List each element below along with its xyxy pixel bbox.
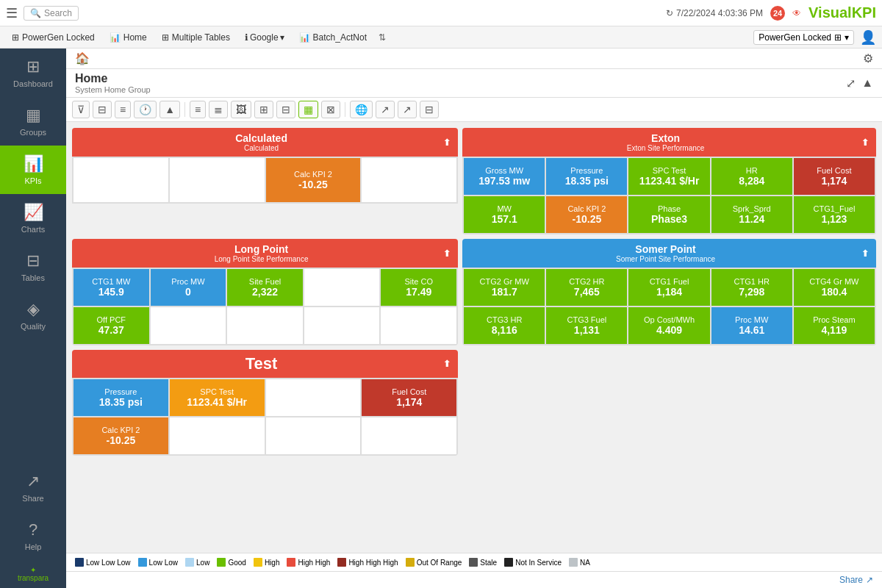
kpi-fuel-cost-test[interactable]: Fuel Cost 1,174 (362, 379, 456, 416)
groups-icon: ▦ (26, 106, 41, 125)
longpoint-collapse-btn[interactable]: ⬆ (443, 248, 451, 259)
kpi-op-cost[interactable]: Op Cost/MWh 4.409 (628, 307, 709, 344)
legend-label-stale: Stale (480, 559, 497, 567)
kpi-empty-test2 (170, 417, 265, 454)
toolbar-settings[interactable]: ≡ (115, 101, 131, 118)
nav-tab-google[interactable]: ℹ Google ▾ (239, 31, 290, 44)
legend-label-good: Good (228, 559, 245, 567)
sidebar-item-tables[interactable]: ⊟ Tables (0, 243, 66, 291)
nav-tab-powergen[interactable]: ⊞ PowerGen Locked (6, 31, 101, 44)
settings-icon[interactable]: ⚙ (863, 51, 873, 65)
sidebar-item-charts[interactable]: 📈 Charts (0, 194, 66, 243)
user-icon[interactable]: 👤 (860, 29, 876, 46)
kpi-pressure-test[interactable]: Pressure 18.35 psi (74, 379, 168, 416)
alert-count-badge[interactable]: 24 (770, 6, 785, 21)
somerpoint-collapse-btn[interactable]: ⬆ (861, 248, 869, 259)
kpi-pressure[interactable]: Pressure 18.35 psi (546, 158, 627, 195)
kpi-ctg2-gr-mw[interactable]: CTG2 Gr MW 181.7 (464, 269, 545, 306)
kpi-fuel-cost[interactable]: Fuel Cost 1,174 (794, 158, 875, 195)
sidebar-item-kpis[interactable]: 📊 KPIs (0, 146, 66, 194)
sidebar-item-quality[interactable]: ◈ Quality (0, 291, 66, 340)
page-title-section: Home System Home Group (75, 72, 151, 94)
toolbar-list2[interactable]: ≣ (209, 101, 228, 118)
toolbar-img[interactable]: 🖼 (231, 101, 251, 118)
hamburger-menu[interactable]: ☰ (6, 5, 18, 21)
sidebar-item-share[interactable]: ↗ Share (0, 463, 66, 512)
kpi-calc-kpi2-test[interactable]: Calc KPI 2 -10.25 (74, 417, 168, 454)
toolbar-filter[interactable]: ⊽ (72, 101, 90, 118)
toolbar-chart[interactable]: ▲ (159, 101, 180, 118)
nav-tab-batch[interactable]: 📊 Batch_ActNot (293, 31, 373, 44)
kpis-icon: 📊 (24, 154, 43, 173)
profile-selector-icon: ⊞ (834, 32, 842, 43)
breadcrumb-home[interactable]: 🏠 (75, 51, 90, 65)
kpi-ctg1-fuel-sp[interactable]: CTG1 Fuel 1,184 (628, 269, 709, 306)
kpi-ctg1mw[interactable]: CTG1 MW 145.9 (74, 269, 149, 306)
kpi-calc-kpi2-exton[interactable]: Calc KPI 2 -10.25 (546, 196, 627, 233)
share-link[interactable]: Share ↗ (839, 575, 873, 585)
calculated-subtitle: Calculated (79, 144, 443, 152)
kpi-ctg3-hr[interactable]: CTG3 HR 8,116 (464, 307, 545, 344)
transpara-label: transpara (18, 574, 49, 582)
toolbar-globe[interactable]: 🌐 (350, 101, 373, 118)
sidebar-label-share: Share (22, 494, 43, 503)
kpi-sprk-sprd[interactable]: Sprk_Sprd 11.24 (711, 196, 792, 233)
kpi-ctg1-fuel[interactable]: CTG1_Fuel 1,123 (794, 196, 875, 233)
kpi-spc-test[interactable]: SPC Test 1123.41 $/Hr (628, 158, 709, 195)
exton-header: Exton Exton Site Performance ⬆ (462, 128, 876, 157)
refresh-icon[interactable]: ↻ (666, 8, 673, 18)
kpi-gross-mw[interactable]: Gross MW 197.53 mw (464, 158, 545, 195)
profile-selector[interactable]: PowerGen Locked ⊞ ▾ (753, 30, 854, 45)
toolbar: ⊽ ⊟ ≡ 🕐 ▲ ≡ ≣ 🖼 ⊞ ⊟ ▦ ⊠ 🌐 ↗ ↗ ⊟ (66, 98, 882, 122)
kpi-phase[interactable]: Phase Phase3 (628, 196, 709, 233)
toolbar-export2[interactable]: ↗ (398, 101, 417, 118)
kpi-proc-mw-sp[interactable]: Proc MW 14.61 (711, 307, 792, 344)
sort-icon[interactable]: ⇅ (379, 32, 386, 43)
toolbar-grid3[interactable]: ▦ (298, 101, 318, 118)
toolbar-grid2[interactable]: ⊟ (276, 101, 295, 118)
toolbar-grid1[interactable]: ⊞ (254, 101, 273, 118)
kpi-scroll: Calculated Calculated ⬆ Calc KPI 2 -10.2… (66, 122, 882, 553)
sidebar-item-help[interactable]: ? Help (0, 512, 66, 560)
kpi-empty-test3 (266, 417, 361, 454)
kpi-site-co[interactable]: Site CO 17.49 (381, 269, 456, 306)
charts-icon: 📈 (24, 203, 43, 222)
exton-collapse-btn[interactable]: ⬆ (861, 137, 869, 148)
search-box[interactable]: 🔍 Search (24, 6, 79, 21)
kpi-cell-calc-kpi2[interactable]: Calc KPI 2 -10.25 (266, 158, 361, 202)
kpi-proc-steam[interactable]: Proc Steam 4,119 (794, 307, 875, 344)
kpi-proc-mw[interactable]: Proc MW 0 (151, 269, 226, 306)
kpi-ctg4-gr-mw[interactable]: CTG4 Gr MW 180.4 (794, 269, 875, 306)
toolbar-list[interactable]: ≡ (190, 101, 206, 118)
page-header-actions: ⤢ ▲ (846, 76, 873, 90)
calculated-collapse-btn[interactable]: ⬆ (443, 137, 451, 148)
home-tab-icon: 📊 (110, 32, 121, 43)
toolbar-export1[interactable]: ↗ (376, 101, 395, 118)
kpi-ctg2-hr[interactable]: CTG2 HR 7,465 (546, 269, 627, 306)
collapse-page-icon[interactable]: ▲ (861, 76, 873, 90)
sidebar-item-dashboard[interactable]: ⊞ Dashboard (0, 49, 66, 97)
kpi-off-pcf[interactable]: Off PCF 47.37 (74, 307, 149, 344)
kpi-mw[interactable]: MW 157.1 (464, 196, 545, 233)
toolbar-sep2 (345, 102, 345, 117)
toolbar-clock[interactable]: 🕐 (134, 101, 157, 118)
nav-tab-multiple-tables[interactable]: ⊞ Multiple Tables (156, 31, 236, 44)
eye-icon[interactable]: 👁 (792, 8, 801, 18)
kpi-spc-test-test[interactable]: SPC Test 1123.41 $/Hr (170, 379, 265, 416)
kpi-ctg1-hr[interactable]: CTG1 HR 7,298 (711, 269, 792, 306)
expand-icon[interactable]: ⤢ (846, 76, 856, 90)
kpi-hr[interactable]: HR 8,284 (711, 158, 792, 195)
profile-selector-label: PowerGen Locked (759, 32, 831, 43)
transpara-logo: ✦ transpara (0, 560, 66, 588)
nav-tab-home[interactable]: 📊 Home (104, 31, 153, 44)
kpi-cell-empty1 (74, 158, 168, 202)
kpi-site-fuel[interactable]: Site Fuel 2,322 (227, 269, 303, 306)
legend-label-low-low: Low Low (149, 559, 178, 567)
test-collapse-btn[interactable]: ⬆ (443, 359, 451, 369)
toolbar-view1[interactable]: ⊟ (93, 101, 112, 118)
refresh-time: ↻ 7/22/2024 4:03:36 PM (666, 8, 763, 18)
toolbar-grid4[interactable]: ⊠ (321, 101, 340, 118)
kpi-ctg3-fuel[interactable]: CTG3 Fuel 1,131 (546, 307, 627, 344)
sidebar-item-groups[interactable]: ▦ Groups (0, 97, 66, 146)
toolbar-export3[interactable]: ⊟ (420, 101, 439, 118)
